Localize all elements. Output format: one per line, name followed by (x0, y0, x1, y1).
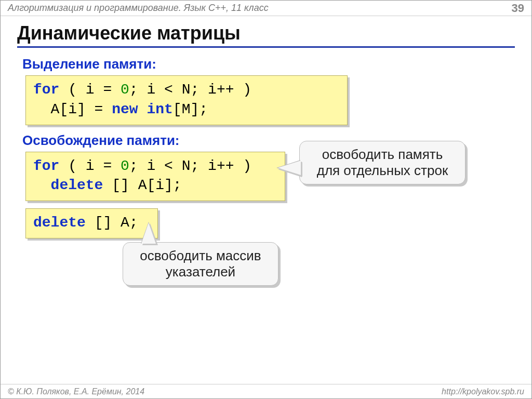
code-line: for ( i = 0; i < N; i++ ) (33, 80, 340, 100)
alloc-label: Выделение памяти: (22, 56, 514, 72)
footer-authors: © К.Ю. Поляков, Е.А. Ерёмин, 2014 (8, 387, 144, 396)
content-area: Выделение памяти: for ( i = 0; i < N; i+… (1, 50, 531, 251)
keyword-for: for (33, 158, 59, 174)
callout-ptrs: освободить массив указателей (123, 242, 278, 286)
callout-text: освободить массив указателей (140, 248, 261, 280)
keyword-delete: delete (33, 215, 86, 231)
literal-zero: 0 (121, 82, 129, 98)
code-line: delete [] A; (33, 213, 150, 233)
footer-bar: © К.Ю. Поляков, Е.А. Ерёмин, 2014 http:/… (1, 384, 531, 398)
callout-text: освободить память для отдельных строк (317, 147, 448, 178)
keyword-new: new int (112, 101, 173, 117)
code-free-array: delete [] A; (25, 208, 158, 238)
callout-tail-icon (278, 161, 301, 175)
footer-url: http://kpolyakov.spb.ru (442, 387, 524, 396)
code-free-loop: for ( i = 0; i < N; i++ ) delete [] A[i]… (25, 152, 285, 202)
callout-rows: освободить память для отдельных строк (299, 141, 466, 184)
slide: Алгоритмизация и программирование. Язык … (0, 0, 532, 399)
keyword-delete: delete (51, 177, 103, 193)
code-line: for ( i = 0; i < N; i++ ) (33, 156, 277, 176)
course-title: Алгоритмизация и программирование. Язык … (8, 3, 269, 14)
code-line: A[i] = new int[M]; (33, 100, 340, 119)
page-number: 39 (512, 2, 524, 15)
keyword-for: for (33, 82, 59, 98)
header-bar: Алгоритмизация и программирование. Язык … (1, 1, 531, 16)
code-alloc: for ( i = 0; i < N; i++ ) A[i] = new int… (25, 75, 348, 125)
slide-title: Динамические матрицы (17, 22, 515, 48)
literal-zero: 0 (121, 158, 129, 174)
callout-tail-icon (141, 223, 156, 244)
code-line: delete [] A[i]; (33, 176, 277, 195)
